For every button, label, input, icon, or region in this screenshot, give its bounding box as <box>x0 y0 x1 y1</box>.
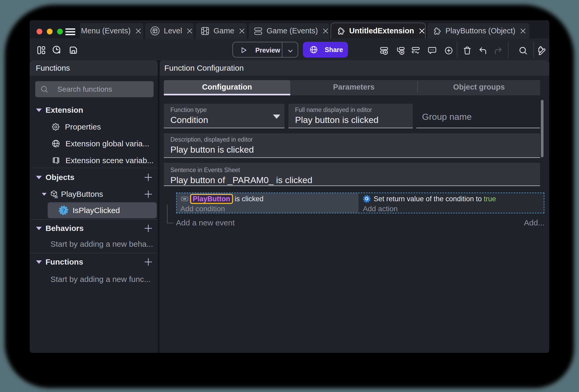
svg-text:2D: 2D <box>54 195 58 198</box>
svg-text:?: ? <box>62 207 65 214</box>
